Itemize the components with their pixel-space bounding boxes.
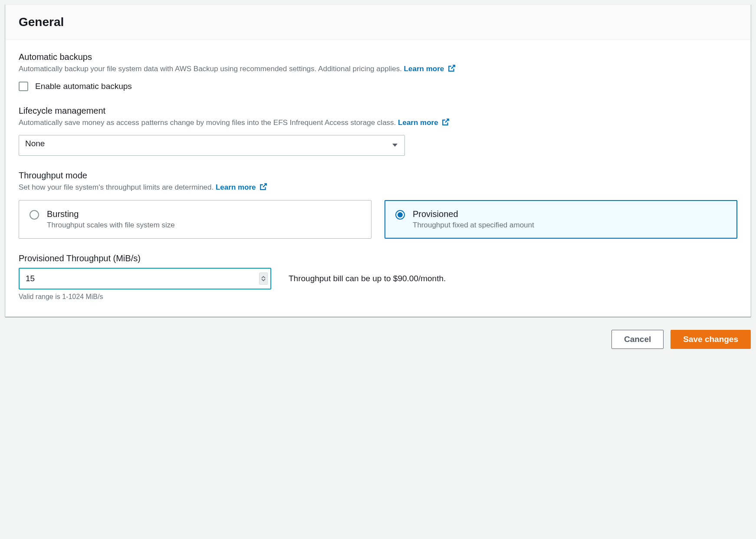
provisioned-throughput-hint: Valid range is 1-1024 MiB/s: [19, 293, 737, 301]
chevron-down-icon: [261, 279, 266, 281]
throughput-mode-desc: Set how your file system's throughput li…: [19, 182, 737, 194]
general-panel: General Automatic backups Automatically …: [5, 4, 751, 317]
throughput-mode-desc-text: Set how your file system's throughput li…: [19, 183, 214, 191]
provisioned-throughput-section: Provisioned Throughput (MiB/s) Throughpu…: [19, 253, 737, 301]
panel-title: General: [19, 15, 737, 29]
lifecycle-desc: Automatically save money as access patte…: [19, 118, 737, 129]
throughput-mode-bursting-radio[interactable]: [30, 210, 39, 220]
lifecycle-learn-more-link[interactable]: Learn more: [398, 118, 450, 127]
throughput-mode-bursting-tile[interactable]: Bursting Throughput scales with file sys…: [19, 200, 371, 239]
throughput-mode-provisioned-tile[interactable]: Provisioned Throughput fixed at specifie…: [385, 200, 737, 239]
provisioned-throughput-input-wrap: [19, 268, 271, 289]
throughput-mode-bursting-content: Bursting Throughput scales with file sys…: [47, 209, 361, 230]
lifecycle-management-section: Lifecycle management Automatically save …: [19, 106, 737, 156]
enable-backups-label: Enable automatic backups: [35, 82, 132, 91]
automatic-backups-desc: Automatically backup your file system da…: [19, 64, 737, 76]
panel-header: General: [6, 5, 750, 40]
automatic-backups-learn-more-link[interactable]: Learn more: [404, 65, 456, 73]
throughput-mode-learn-more-link[interactable]: Learn more: [216, 183, 267, 191]
throughput-mode-bursting-desc: Throughput scales with file system size: [47, 221, 361, 230]
external-link-icon: [448, 64, 456, 76]
throughput-mode-bursting-title: Bursting: [47, 209, 361, 219]
throughput-mode-provisioned-desc: Throughput fixed at specified amount: [413, 221, 726, 230]
lifecycle-select-wrap: None: [19, 135, 405, 156]
lifecycle-title: Lifecycle management: [19, 106, 737, 116]
throughput-mode-title: Throughput mode: [19, 171, 737, 181]
automatic-backups-learn-more-label: Learn more: [404, 65, 444, 73]
lifecycle-select[interactable]: None: [19, 135, 405, 156]
external-link-icon: [442, 118, 450, 129]
throughput-mode-provisioned-radio[interactable]: [395, 210, 405, 220]
external-link-icon: [260, 183, 267, 194]
throughput-mode-provisioned-title: Provisioned: [413, 209, 726, 219]
enable-backups-row: Enable automatic backups: [19, 82, 737, 91]
automatic-backups-title: Automatic backups: [19, 52, 737, 62]
enable-backups-checkbox[interactable]: [19, 82, 28, 91]
lifecycle-learn-more-label: Learn more: [398, 118, 438, 127]
automatic-backups-section: Automatic backups Automatically backup y…: [19, 52, 737, 91]
provisioned-throughput-stepper[interactable]: [259, 273, 268, 285]
provisioned-throughput-row: Throughput bill can be up to $90.00/mont…: [19, 268, 737, 289]
throughput-mode-tiles: Bursting Throughput scales with file sys…: [19, 200, 737, 239]
throughput-mode-provisioned-content: Provisioned Throughput fixed at specifie…: [413, 209, 726, 230]
provisioned-throughput-input[interactable]: [19, 268, 271, 289]
panel-body: Automatic backups Automatically backup y…: [6, 40, 750, 316]
automatic-backups-desc-text: Automatically backup your file system da…: [19, 65, 402, 73]
provisioned-throughput-title: Provisioned Throughput (MiB/s): [19, 253, 737, 263]
provisioned-throughput-bill: Throughput bill can be up to $90.00/mont…: [289, 274, 446, 283]
cancel-button[interactable]: Cancel: [611, 330, 664, 349]
lifecycle-select-value: None: [25, 139, 45, 148]
throughput-mode-learn-more-label: Learn more: [216, 183, 256, 191]
form-actions: Cancel Save changes: [0, 317, 756, 358]
lifecycle-desc-text: Automatically save money as access patte…: [19, 118, 396, 127]
save-changes-button[interactable]: Save changes: [671, 330, 751, 349]
throughput-mode-section: Throughput mode Set how your file system…: [19, 171, 737, 239]
